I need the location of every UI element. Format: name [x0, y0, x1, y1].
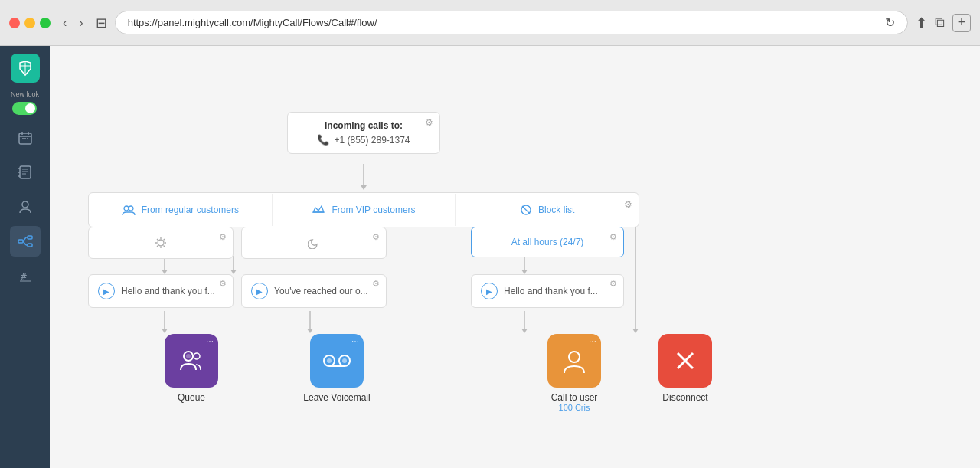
time-sun-node: ⚙ [88, 227, 234, 259]
sidebar-item-contacts[interactable] [10, 157, 41, 188]
reload-button[interactable]: ↻ [885, 15, 895, 30]
svg-marker-53 [230, 270, 237, 274]
time-247-gear[interactable]: ⚙ [609, 232, 617, 242]
calluser-sublabel: 100 Cris [559, 403, 590, 412]
queue-dots: ⋯ [206, 337, 214, 345]
incoming-node-gear[interactable]: ⚙ [425, 117, 433, 128]
voicemail-action-col: ⋯ Leave Voicemail [260, 334, 413, 403]
new-look-label: New look [11, 90, 39, 99]
back-button[interactable]: ‹ [58, 15, 71, 31]
incoming-title: Incoming calls to: [300, 120, 427, 131]
new-tab-button[interactable]: + [952, 14, 971, 32]
sidebar-item-flows[interactable] [10, 226, 41, 257]
svg-rect-9 [20, 166, 31, 178]
svg-point-64 [124, 206, 129, 211]
time-24-7-label: At all hours (24/7) [511, 237, 584, 247]
segment-vip[interactable]: From VIP customers [273, 194, 456, 226]
message-node-left: ⚙ ▶ Hello and thank you f... [88, 274, 234, 308]
svg-point-68 [158, 240, 164, 246]
app-logo [11, 54, 40, 83]
segments-gear[interactable]: ⚙ [624, 199, 632, 210]
voicemail-node[interactable]: ⋯ [310, 334, 364, 388]
url-text: https://panel.mightycall.com/MightyCall/… [128, 17, 377, 28]
svg-marker-63 [632, 329, 639, 333]
svg-line-67 [522, 206, 530, 214]
app-layout: New look [0, 46, 980, 468]
svg-marker-59 [307, 329, 313, 333]
svg-rect-18 [28, 236, 32, 239]
minimize-traffic-light[interactable] [24, 18, 35, 28]
message-node-mid: ⚙ ▶ You've reached our o... [241, 274, 387, 308]
duplicate-tab-button[interactable]: ⧉ [935, 14, 945, 32]
play-btn-mid[interactable]: ▶ [251, 283, 268, 299]
svg-rect-19 [28, 244, 32, 247]
time-moon-gear[interactable]: ⚙ [372, 232, 380, 242]
svg-marker-57 [162, 329, 168, 333]
flag-icon: 📞 [317, 134, 329, 146]
svg-point-84 [342, 358, 347, 363]
svg-line-73 [157, 239, 158, 241]
voicemail-label: Leave Voicemail [303, 392, 370, 403]
phone-number: +1 (855) 289-1374 [334, 135, 410, 146]
sidebar: New look [0, 46, 50, 468]
svg-marker-61 [521, 329, 528, 333]
msg-right-gear[interactable]: ⚙ [609, 279, 617, 289]
queue-label: Queue [178, 392, 205, 403]
msg-left-text: Hello and thank you f... [121, 286, 215, 296]
time-24-7-node: ⚙ At all hours (24/7) [471, 227, 624, 257]
disconnect-label: Disconnect [662, 392, 707, 403]
share-button[interactable]: ⬆ [916, 14, 927, 32]
disconnect-node[interactable] [658, 334, 712, 388]
svg-line-76 [157, 246, 158, 247]
incoming-calls-node: ⚙ Incoming calls to: 📞 +1 (855) 289-1374 [287, 112, 440, 154]
svg-marker-41 [361, 185, 367, 190]
play-btn-left[interactable]: ▶ [98, 283, 115, 299]
time-moon-node: ⚙ [241, 227, 387, 259]
customer-segments-node: ⚙ From regular customers [88, 192, 639, 227]
svg-line-21 [23, 241, 26, 245]
browser-actions: ⬆ ⧉ + [916, 14, 971, 32]
url-bar[interactable]: https://panel.mightycall.com/MightyCall/… [115, 11, 908, 34]
svg-point-16 [22, 201, 28, 208]
fullscreen-traffic-light[interactable] [40, 18, 51, 28]
msg-left-gear[interactable]: ⚙ [219, 279, 227, 289]
forward-button[interactable]: › [74, 15, 87, 31]
segment-blocklist[interactable]: Block list [456, 193, 639, 227]
svg-text:#: # [21, 270, 27, 282]
queue-action-col: ⋯ Queue [115, 334, 268, 403]
segment-vip-label: From VIP customers [332, 205, 415, 215]
sidebar-item-calendar[interactable] [10, 123, 41, 153]
message-node-right: ⚙ ▶ Hello and thank you f... [471, 274, 624, 308]
phone-row: 📞 +1 (855) 289-1374 [300, 134, 427, 146]
svg-point-6 [22, 138, 24, 139]
svg-line-20 [23, 237, 26, 241]
calluser-node[interactable]: ⋯ [547, 334, 601, 388]
svg-point-78 [194, 353, 200, 359]
traffic-lights [9, 18, 51, 28]
sidebar-item-person[interactable] [10, 191, 41, 222]
flow-diagram: ⚙ Incoming calls to: 📞 +1 (855) 289-1374… [65, 104, 716, 468]
nav-buttons: ‹ › [58, 15, 88, 31]
segment-regular-label: From regular customers [142, 205, 239, 215]
svg-line-74 [164, 246, 165, 247]
calluser-dots: ⋯ [589, 337, 596, 345]
segment-blocklist-label: Block list [538, 205, 574, 215]
new-look-toggle[interactable] [12, 102, 37, 115]
svg-point-83 [327, 358, 332, 363]
queue-node[interactable]: ⋯ [165, 334, 218, 388]
sidebar-toggle-button[interactable]: ⊟ [96, 15, 107, 31]
close-traffic-light[interactable] [9, 18, 20, 28]
time-sun-gear[interactable]: ⚙ [219, 232, 227, 242]
flow-canvas: ⚙ Incoming calls to: 📞 +1 (855) 289-1374… [50, 89, 980, 468]
msg-right-text: Hello and thank you f... [504, 286, 598, 296]
svg-point-7 [24, 138, 26, 139]
svg-point-8 [27, 138, 28, 139]
svg-rect-17 [18, 240, 23, 243]
svg-point-85 [569, 352, 580, 362]
msg-mid-gear[interactable]: ⚙ [372, 279, 380, 289]
segment-regular[interactable]: From regular customers [89, 194, 273, 226]
play-btn-right[interactable]: ▶ [481, 283, 498, 299]
svg-line-75 [164, 239, 165, 241]
sidebar-item-tags[interactable]: # [10, 260, 41, 291]
svg-point-65 [129, 206, 133, 211]
